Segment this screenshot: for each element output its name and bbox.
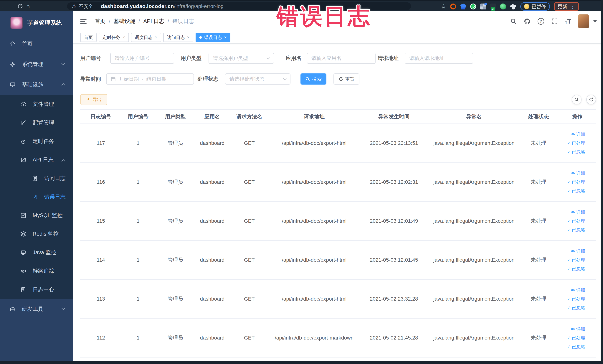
mark-ignored-link[interactable]: ✓ 已忽略 — [567, 188, 585, 194]
mark-processed-link[interactable]: ✓ 已处理 — [567, 257, 585, 263]
check-icon: ✓ — [567, 150, 570, 154]
extensions-puzzle-icon[interactable] — [510, 3, 516, 10]
cell-status: 未处理 — [519, 178, 558, 186]
user-avatar[interactable] — [578, 14, 589, 28]
sidebar-item-file[interactable]: 文件管理 — [0, 95, 73, 114]
browser-reload-icon[interactable] — [17, 3, 23, 9]
extension-icon[interactable] — [480, 3, 486, 10]
url-path[interactable]: /infra/log/api-error-log — [174, 3, 223, 9]
extension-icon[interactable] — [460, 3, 466, 10]
sidebar-item-apilog[interactable]: API 日志 — [0, 151, 73, 169]
sidebar-item-mysql[interactable]: MySQL 监控 — [0, 206, 73, 225]
browser-menu-kebab-icon[interactable]: ⋮ — [570, 3, 575, 10]
process-status-select[interactable]: 请选择处理状态 — [225, 73, 290, 84]
mark-processed-link[interactable]: ✓ 已处理 — [567, 218, 585, 224]
cell-log-id: 117 — [80, 140, 121, 146]
profile-paused-chip[interactable]: 已暂停 — [520, 2, 550, 11]
address-bar[interactable]: ⚠ 不安全 dashboard.yudao.iocoder.cn/infra/l… — [67, 2, 411, 10]
start-date-placeholder[interactable]: 开始日期 — [119, 76, 139, 82]
bookmark-star-icon[interactable]: ☆ — [441, 3, 446, 10]
hide-search-button[interactable] — [572, 95, 581, 104]
detail-link[interactable]: 详细 — [571, 287, 585, 293]
topbar: 首页/ 基础设施/ API 日志/ 错误日志 ? TT — [73, 11, 603, 32]
fullscreen-icon[interactable] — [551, 18, 558, 25]
sidebar-item-java[interactable]: Java 监控 — [0, 243, 73, 262]
breadcrumb-item[interactable]: 基础设施 — [114, 18, 135, 25]
cell-exception-name: java.lang.IllegalArgumentException — [429, 257, 519, 263]
detail-link[interactable]: 详细 — [571, 131, 585, 137]
sidebar-item-devtool[interactable]: 研发工具 — [0, 299, 73, 319]
end-date-placeholder[interactable]: 结束日期 — [146, 76, 166, 82]
help-icon[interactable]: ? — [538, 18, 544, 25]
close-icon[interactable]: × — [224, 35, 227, 40]
breadcrumb-item[interactable]: 首页 — [95, 18, 105, 25]
filter-label-user-id: 用户编号 — [80, 55, 101, 62]
sidebar-toggle-icon[interactable] — [80, 19, 87, 24]
sidebar-item-accesslog[interactable]: 访问日志 — [0, 169, 73, 188]
sidebar-item-system[interactable]: 系统管理 — [0, 54, 73, 75]
sidebar-item-redis[interactable]: Redis 监控 — [0, 225, 73, 243]
cell-user-id: 1 — [121, 218, 155, 224]
refresh-table-button[interactable] — [586, 95, 596, 104]
detail-link[interactable]: 详细 — [571, 170, 585, 176]
mark-ignored-link[interactable]: ✓ 已忽略 — [567, 227, 585, 233]
close-icon[interactable]: × — [123, 35, 125, 40]
cell-exception-name: java.lang.IllegalArgumentException — [429, 179, 519, 185]
extension-icon[interactable] — [450, 3, 456, 10]
mark-processed-link[interactable]: ✓ 已处理 — [567, 179, 585, 185]
sidebar-item-infra[interactable]: 基础设施 — [0, 75, 73, 95]
tab-access-log[interactable]: 访问日志× — [163, 33, 193, 42]
cell-user-type: 管理员 — [155, 257, 196, 263]
sidebar-item-logcenter[interactable]: 日志中心 — [0, 280, 73, 299]
avatar-caret-icon[interactable] — [593, 20, 597, 23]
sidebar-logo-row[interactable]: 芋道管理系统 — [0, 11, 73, 34]
search-icon[interactable] — [510, 18, 517, 25]
detail-link[interactable]: 详细 — [571, 326, 585, 332]
app-name-input[interactable] — [307, 53, 376, 64]
browser-back-icon[interactable]: ← — [0, 3, 8, 9]
tab-job[interactable]: 定时任务× — [99, 33, 129, 42]
sidebar-item-trace[interactable]: 链路追踪 — [0, 262, 73, 280]
mark-processed-link[interactable]: ✓ 已处理 — [567, 335, 585, 341]
browser-forward-icon[interactable]: → — [8, 3, 16, 9]
exception-time-range-picker[interactable]: 开始日期 - 结束日期 — [106, 73, 194, 84]
browser-update-button[interactable]: 更新 ⋮ — [554, 2, 579, 11]
breadcrumb-item[interactable]: API 日志 — [143, 18, 164, 25]
detail-link[interactable]: 详细 — [571, 209, 585, 215]
tab-home[interactable]: 首页 — [80, 33, 97, 42]
search-button[interactable]: 搜索 — [301, 73, 326, 84]
mark-ignored-link[interactable]: ✓ 已忽略 — [567, 305, 585, 311]
mark-processed-link[interactable]: ✓ 已处理 — [567, 296, 585, 302]
font-size-icon[interactable]: TT — [565, 18, 571, 25]
mark-ignored-link[interactable]: ✓ 已忽略 — [567, 149, 585, 155]
sidebar-item-home[interactable]: 首页 — [0, 34, 73, 54]
mark-ignored-link[interactable]: ✓ 已忽略 — [567, 344, 585, 350]
github-icon[interactable] — [524, 18, 531, 25]
mark-processed-link[interactable]: ✓ 已处理 — [567, 140, 585, 146]
tab-job-log[interactable]: 调度日志× — [131, 33, 161, 42]
export-button[interactable]: 导出 — [80, 94, 107, 105]
close-icon[interactable]: × — [187, 35, 190, 40]
download-icon — [86, 97, 91, 102]
sidebar-item-config[interactable]: 配置管理 — [0, 114, 73, 132]
reset-button[interactable]: 重置 — [334, 73, 359, 84]
user-id-input[interactable] — [110, 53, 174, 64]
cell-user-id: 1 — [121, 179, 155, 185]
user-type-select[interactable]: 请选择用户类型 — [209, 53, 274, 64]
sidebar-item-job[interactable]: 定时任务 — [0, 132, 73, 151]
tab-error-log[interactable]: 错误日志× — [196, 33, 231, 42]
mark-ignored-link[interactable]: ✓ 已忽略 — [567, 266, 585, 272]
sidebar-item-errorlog[interactable]: 错误日志 — [0, 188, 73, 206]
extension-icon[interactable] — [470, 3, 476, 10]
browser-home-icon[interactable]: ⌂ — [24, 3, 32, 9]
chevron-down-icon — [267, 56, 270, 59]
extension-icon[interactable]: on — [490, 3, 496, 10]
cell-log-id: 114 — [80, 257, 121, 263]
request-url-input[interactable] — [405, 53, 473, 64]
close-icon[interactable]: × — [155, 35, 157, 40]
detail-link[interactable]: 详细 — [571, 248, 585, 254]
cell-actions: 详细 ✓ 已处理 ✓ 已忽略 — [558, 326, 596, 350]
url-host[interactable]: dashboard.yudao.iocoder.cn — [101, 3, 174, 9]
security-label[interactable]: 不安全 — [79, 3, 93, 10]
extension-icon[interactable] — [500, 3, 506, 10]
